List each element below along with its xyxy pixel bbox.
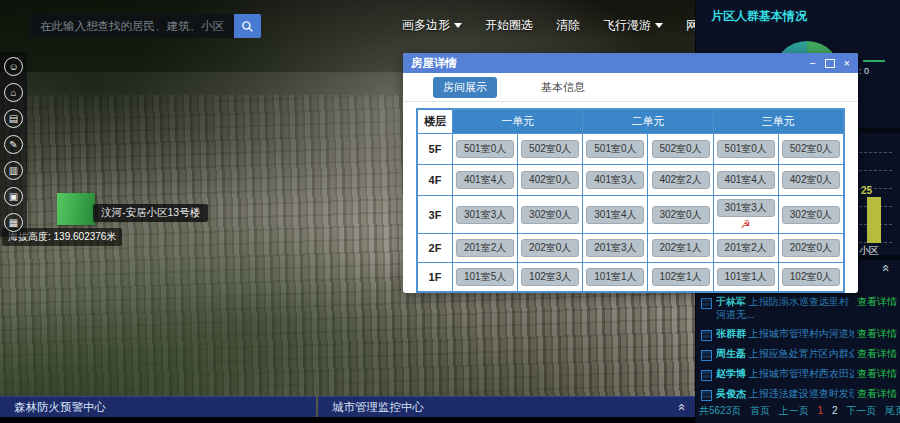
report-item[interactable]: 吴俊杰 上报违法建设巡查时发现有... 查看详情 [700, 387, 897, 401]
map-tool-user[interactable]: ☺ [4, 57, 23, 76]
room-button[interactable]: 201室2人 [717, 239, 775, 257]
room-cell: 302室0人 [648, 196, 712, 233]
map-tool-grid[interactable]: ▦ [4, 213, 23, 232]
pagination: 共5623页 首页 上一页 1 2 下一页 尾页 [696, 404, 900, 418]
pagination-prev[interactable]: 上一页 [779, 405, 809, 416]
pagination-next[interactable]: 下一页 [846, 405, 876, 416]
room-button[interactable]: 401室3人 [586, 171, 644, 189]
toolbar-start-select[interactable]: 开始圈选 [485, 17, 533, 34]
room-button[interactable]: 302室0人 [521, 206, 579, 224]
room-cell: 102室3人 [518, 263, 582, 291]
view-details-link[interactable]: 查看详情 [857, 347, 897, 360]
room-button[interactable]: 302室0人 [652, 206, 710, 224]
room-button[interactable]: 301室3人 [717, 199, 775, 217]
toolbar-label: 清除 [556, 17, 580, 34]
column-header-floor: 楼层 [418, 110, 452, 133]
search-input[interactable] [30, 14, 234, 38]
toolbar-label: 开始圈选 [485, 17, 533, 34]
draw-icon: ✎ [9, 139, 17, 150]
room-button[interactable]: 202室0人 [782, 239, 840, 257]
tab-basic-info[interactable]: 基本信息 [531, 77, 595, 98]
room-button[interactable]: 102室1人 [652, 268, 710, 286]
room-cell: 502室0人 [518, 134, 582, 164]
map-tool-draw[interactable]: ✎ [4, 135, 23, 154]
collapse-chevron-icon[interactable]: « [675, 403, 687, 410]
pagination-first[interactable]: 首页 [750, 405, 770, 416]
room-button[interactable]: 102室0人 [782, 268, 840, 286]
toolbar-clear[interactable]: 清除 [556, 17, 580, 34]
column-header-unit-1: 一单元 [453, 110, 582, 133]
room-button[interactable]: 101室5人 [456, 268, 514, 286]
room-button[interactable]: 101室1人 [586, 268, 644, 286]
room-button[interactable]: 501室0人 [586, 140, 644, 158]
room-button[interactable]: 501室0人 [456, 140, 514, 158]
bar-community[interactable] [867, 197, 881, 243]
room-cell: 402室0人 [518, 165, 582, 195]
maximize-button[interactable] [825, 59, 835, 68]
legend-fragment: : 0 [859, 66, 869, 76]
room-cell: 201室3人 [583, 234, 647, 262]
view-details-link[interactable]: 查看详情 [857, 387, 897, 400]
room-button[interactable]: 502室0人 [521, 140, 579, 158]
bottom-bar-city-monitor-center[interactable]: 城市管理监控中心 « [318, 396, 695, 417]
room-cell: 301室4人 [583, 196, 647, 233]
reporter-name: 吴俊杰 [716, 388, 746, 399]
floor-label: 2F [418, 234, 452, 262]
bottom-bar-forest-fire-center[interactable]: 森林防火预警中心 [0, 396, 316, 417]
room-button[interactable]: 402室0人 [782, 171, 840, 189]
room-button[interactable]: 301室3人 [456, 206, 514, 224]
reporter-name: 赵学博 [716, 368, 746, 379]
room-button[interactable]: 402室2人 [652, 171, 710, 189]
report-text: 上报应急处置片区内群众单... [749, 348, 854, 359]
room-button[interactable]: 101室1人 [717, 268, 775, 286]
room-cell: 101室1人 [583, 263, 647, 291]
close-button[interactable]: × [844, 58, 850, 69]
pagination-last[interactable]: 尾页 [885, 405, 900, 416]
column-header-unit-2: 二单元 [583, 110, 712, 133]
report-item[interactable]: 周生磊 上报应急处置片区内群众单... 查看详情 [700, 347, 897, 361]
search-button[interactable] [234, 14, 261, 38]
room-button[interactable]: 401室4人 [456, 171, 514, 189]
room-button[interactable]: 401室4人 [717, 171, 775, 189]
room-button[interactable]: 501室0人 [717, 140, 775, 158]
room-cell: 301室3人 [453, 196, 517, 233]
map-tool-building[interactable]: ▤ [4, 109, 23, 128]
map-tool-home[interactable]: ⌂ [4, 83, 23, 102]
report-item[interactable]: 于林军 上报防溺水巡查远里村河道无... 查看详情 [700, 295, 897, 321]
room-button[interactable]: 202室1人 [652, 239, 710, 257]
room-button[interactable]: 201室3人 [586, 239, 644, 257]
reporter-name: 于林军 [716, 296, 746, 307]
room-button[interactable]: 502室0人 [782, 140, 840, 158]
report-item[interactable]: 张群群 上报城市管理村内河道地势... 查看详情 [700, 327, 897, 341]
report-text: 上报城市管理村西农田边上... [749, 368, 854, 379]
report-text: 上报违法建设巡查时发现有... [749, 388, 854, 399]
tab-room-display[interactable]: 房间展示 [433, 77, 497, 98]
report-icon [701, 350, 712, 361]
highlighted-building[interactable] [57, 193, 95, 225]
map-tool-camera[interactable]: ▣ [4, 187, 23, 206]
panel-title: 片区人群基本情况 [711, 8, 807, 25]
room-cell: 101室5人 [453, 263, 517, 291]
room-button[interactable]: 302室0人 [782, 206, 840, 224]
toolbar-draw-polygon[interactable]: 画多边形 [402, 17, 462, 34]
pagination-page-2[interactable]: 2 [832, 405, 838, 416]
minimize-button[interactable]: − [809, 58, 815, 69]
room-button[interactable]: 301室4人 [586, 206, 644, 224]
room-button[interactable]: 201室2人 [456, 239, 514, 257]
pagination-page-1[interactable]: 1 [818, 405, 824, 416]
room-button[interactable]: 102室3人 [521, 268, 579, 286]
search-icon [241, 20, 254, 33]
view-details-link[interactable]: 查看详情 [857, 367, 897, 380]
room-button[interactable]: 402室0人 [521, 171, 579, 189]
room-button[interactable]: 202室0人 [521, 239, 579, 257]
toolbar-fly-roam[interactable]: 飞行漫游 [603, 17, 663, 34]
collapse-chevron-icon[interactable]: « [879, 264, 891, 271]
map-tool-document[interactable]: ▥ [4, 161, 23, 180]
report-item[interactable]: 赵学博 上报城市管理村西农田边上... 查看详情 [700, 367, 897, 381]
room-button[interactable]: 502室0人 [652, 140, 710, 158]
modal-titlebar[interactable]: 房屋详情 − × [403, 53, 858, 73]
view-details-link[interactable]: 查看详情 [857, 295, 897, 308]
app-root: 汶河-安居小区13号楼 海拔高度: 139.602376米 画多边形 开始圈选 … [0, 0, 900, 423]
view-details-link[interactable]: 查看详情 [857, 327, 897, 340]
party-emblem-icon: ☭ [741, 219, 751, 230]
